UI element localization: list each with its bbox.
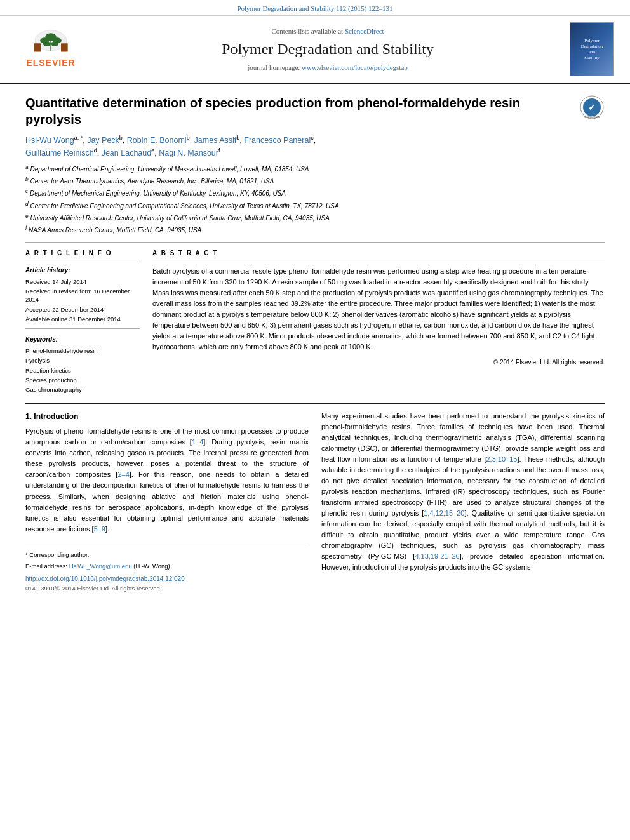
- journal-citation-bar: Polymer Degradation and Stability 112 (2…: [0, 0, 630, 16]
- keywords-label: Keywords:: [25, 335, 140, 344]
- author-email[interactable]: HsiWu_Wong@um.edu: [69, 563, 132, 570]
- affil-f: f NASA Ames Research Center, Moffett Fie…: [25, 224, 605, 235]
- journal-cover-image: Polymer Degradation and Stability: [570, 22, 614, 76]
- intro-paragraph-2: Many experimental studies have been perf…: [321, 411, 605, 573]
- accepted-date: Accepted 22 December 2014: [25, 305, 140, 314]
- keyword-1: Phenol-formaldehyde resin: [25, 347, 140, 355]
- intro-heading: 1. Introduction: [25, 411, 309, 423]
- journal-citation: Polymer Degradation and Stability 112 (2…: [237, 4, 392, 12]
- article-info-abstract-section: A R T I C L E I N F O Article history: R…: [25, 249, 605, 396]
- article-title-section: Quantitative determination of species pr…: [25, 95, 605, 128]
- intro-paragraph-1: Pyrolysis of phenol-formaldehyde resins …: [25, 426, 309, 534]
- svg-text:CrossMark: CrossMark: [584, 115, 600, 119]
- copyright-notice: © 2014 Elsevier Ltd. All rights reserved…: [152, 357, 605, 368]
- affil-e: e University Affiliated Research Center,…: [25, 212, 605, 223]
- doi-link[interactable]: http://dx.doi.org/10.1016/j.polymdegrads…: [25, 575, 185, 582]
- affil-d: d Center for Predictive Engineering and …: [25, 200, 605, 211]
- history-label: Article history:: [25, 266, 140, 275]
- available-online-date: Available online 31 December 2014: [25, 315, 140, 323]
- body-divider: [25, 403, 605, 404]
- email-footnote: E-mail address: HsiWu_Wong@um.edu (H.-W.…: [25, 562, 309, 571]
- affiliations-section: a Department of Chemical Engineering, Un…: [25, 163, 605, 236]
- svg-rect-8: [61, 43, 68, 51]
- ref-1-4-12-15-20[interactable]: 1,4,12,15–20: [424, 509, 464, 517]
- affil-c: c Department of Mechanical Engineering, …: [25, 187, 605, 198]
- journal-header-center: Contents lists available at ScienceDirec…: [89, 27, 566, 72]
- abstract-panel: A B S T R A C T Batch pyrolysis of a com…: [152, 249, 605, 396]
- article-content: Quantitative determination of species pr…: [0, 84, 630, 603]
- affil-b: b Center for Aero-Thermodynamics, Aerody…: [25, 175, 605, 186]
- abstract-title: A B S T R A C T: [152, 249, 605, 258]
- article-title: Quantitative determination of species pr…: [25, 95, 573, 128]
- authors-line: Hsi-Wu Wonga, *, Jay Peckb, Robin E. Bon…: [25, 134, 605, 159]
- journal-cover-section: Polymer Degradation and Stability: [566, 22, 617, 76]
- contents-availability-line: Contents lists available at ScienceDirec…: [89, 27, 566, 36]
- ref-2-4[interactable]: 2–4: [117, 470, 129, 478]
- svg-rect-7: [34, 43, 41, 51]
- keywords-section: Keywords: Phenol-formaldehyde resin Pyro…: [25, 335, 140, 394]
- keyword-5: Gas chromatography: [25, 385, 140, 394]
- received-date: Received 14 July 2014: [25, 277, 140, 286]
- article-footer: * Corresponding author. E-mail address: …: [25, 545, 309, 594]
- author-jay-peck[interactable]: Jay Peck: [87, 137, 119, 145]
- sciencedirect-link[interactable]: ScienceDirect: [345, 27, 384, 35]
- author-mansour[interactable]: Nagi N. Mansour: [159, 149, 218, 157]
- article-history-box: Article history: Received 14 July 2014 R…: [25, 262, 140, 329]
- doi-line: http://dx.doi.org/10.1016/j.polymdegrads…: [25, 574, 309, 584]
- article-info-panel: A R T I C L E I N F O Article history: R…: [25, 249, 140, 396]
- ref-1-4[interactable]: 1–4: [192, 438, 203, 446]
- svg-point-6: [51, 42, 58, 46]
- abstract-text: Batch pyrolysis of a commercial resole t…: [152, 262, 605, 368]
- crossmark-icon: ✓ CrossMark: [580, 95, 604, 119]
- body-col-left: 1. Introduction Pyrolysis of phenol-form…: [25, 411, 309, 594]
- header-divider: [25, 242, 605, 243]
- keyword-2: Pyrolysis: [25, 356, 140, 364]
- article-info-title: A R T I C L E I N F O: [25, 249, 140, 258]
- svg-text:✓: ✓: [588, 102, 596, 112]
- received-revised-date: Received in revised form 16 December 201…: [25, 287, 140, 304]
- author-hsi-wu-wong[interactable]: Hsi-Wu Wong: [25, 137, 74, 145]
- author-reinisch[interactable]: Guillaume Reinisch: [25, 149, 94, 157]
- article-body-columns: 1. Introduction Pyrolysis of phenol-form…: [25, 411, 605, 594]
- elsevier-tree-icon: [29, 29, 73, 55]
- keyword-3: Reaction kinetics: [25, 366, 140, 375]
- affil-a: a Department of Chemical Engineering, Un…: [25, 163, 605, 174]
- issn-copyright-line: 0141-3910/© 2014 Elsevier Ltd. All right…: [25, 584, 309, 594]
- journal-title: Polymer Degradation and Stability: [89, 39, 566, 60]
- author-james-assif[interactable]: James Assif: [194, 137, 237, 145]
- publisher-logo-section: ELSEVIER: [13, 29, 89, 70]
- crossmark-logo: ✓ CrossMark: [579, 95, 605, 120]
- journal-header: ELSEVIER Contents lists available at Sci…: [0, 16, 630, 84]
- body-col-right: Many experimental studies have been perf…: [321, 411, 605, 594]
- homepage-link[interactable]: www.elsevier.com/locate/polydegstab: [302, 63, 408, 71]
- ref-5-9[interactable]: 5–9: [94, 525, 105, 533]
- ref-2-3-10-15[interactable]: 2,3,10–15: [486, 455, 518, 463]
- corresponding-author-note: * Corresponding author.: [25, 550, 309, 560]
- keyword-4: Species production: [25, 376, 140, 384]
- author-lachaud[interactable]: Jean Lachaud: [102, 149, 152, 157]
- svg-point-5: [43, 42, 51, 46]
- author-robin-bonomi[interactable]: Robin E. Bonomi: [127, 137, 187, 145]
- ref-4-13-19-21-26[interactable]: 4,13,19,21–26: [415, 552, 459, 560]
- elsevier-label: ELSEVIER: [26, 57, 75, 70]
- author-panerai[interactable]: Francesco Panerai: [244, 137, 311, 145]
- homepage-line: journal homepage: www.elsevier.com/locat…: [89, 63, 566, 72]
